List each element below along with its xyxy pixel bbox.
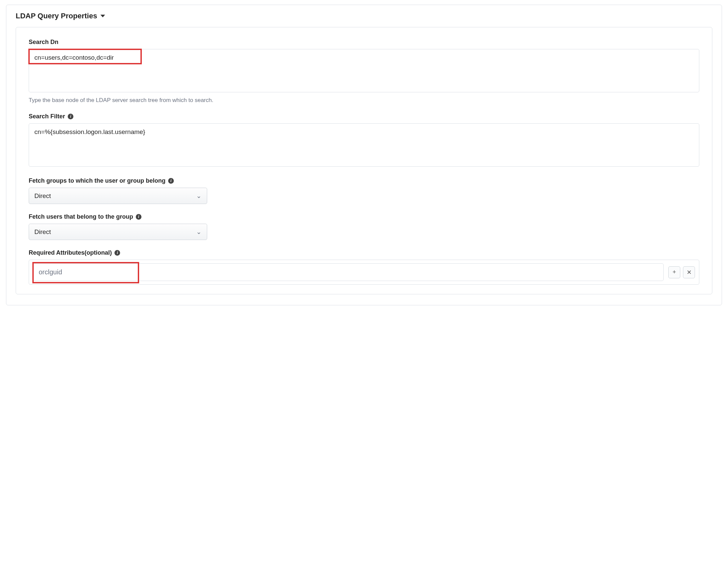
info-icon[interactable]: i	[168, 178, 174, 184]
info-icon[interactable]: i	[136, 214, 141, 220]
info-icon[interactable]: i	[68, 114, 73, 119]
select-value: Direct	[34, 192, 51, 200]
remove-button[interactable]: ✕	[683, 266, 695, 278]
chevron-down-icon: ⌄	[196, 228, 202, 236]
search-filter-input[interactable]	[29, 123, 699, 167]
required-attrs-label: Required Attributes(optional)	[29, 249, 112, 256]
fetch-users-select[interactable]: Direct ⌄	[29, 224, 207, 240]
fetch-groups-select[interactable]: Direct ⌄	[29, 188, 207, 204]
select-value: Direct	[34, 228, 51, 236]
search-dn-group: Search Dn Type the base node of the LDAP…	[29, 39, 699, 104]
add-button[interactable]: +	[668, 266, 680, 278]
section-body: Search Dn Type the base node of the LDAP…	[16, 27, 712, 294]
field-label-row: Fetch users that belong to the group i	[29, 213, 699, 220]
plus-icon: +	[673, 269, 676, 276]
search-filter-group: Search Filter i	[29, 113, 699, 168]
section-header[interactable]: LDAP Query Properties	[16, 12, 712, 20]
required-attrs-row: + ✕	[29, 260, 699, 285]
chevron-down-icon	[100, 15, 105, 17]
search-dn-input-wrap	[29, 49, 699, 94]
field-label-row: Search Filter i	[29, 113, 699, 120]
chevron-down-icon: ⌄	[196, 192, 202, 200]
attr-input-wrap	[33, 263, 664, 281]
search-dn-input[interactable]	[29, 49, 699, 92]
fetch-groups-group: Fetch groups to which the user or group …	[29, 177, 699, 204]
section-title: LDAP Query Properties	[16, 12, 97, 20]
fetch-groups-label: Fetch groups to which the user or group …	[29, 177, 165, 184]
close-icon: ✕	[686, 269, 692, 276]
attr-button-group: + ✕	[668, 266, 695, 278]
fetch-users-group: Fetch users that belong to the group i D…	[29, 213, 699, 240]
search-filter-label: Search Filter	[29, 113, 65, 120]
required-attrs-input[interactable]	[33, 263, 664, 281]
search-dn-help: Type the base node of the LDAP server se…	[29, 97, 699, 104]
required-attrs-group: Required Attributes(optional) i + ✕	[29, 249, 699, 285]
field-label-row: Required Attributes(optional) i	[29, 249, 699, 256]
search-dn-label: Search Dn	[29, 39, 699, 46]
properties-panel: LDAP Query Properties Search Dn Type the…	[6, 5, 722, 305]
fetch-users-label: Fetch users that belong to the group	[29, 213, 133, 220]
field-label-row: Fetch groups to which the user or group …	[29, 177, 699, 184]
info-icon[interactable]: i	[114, 250, 120, 256]
